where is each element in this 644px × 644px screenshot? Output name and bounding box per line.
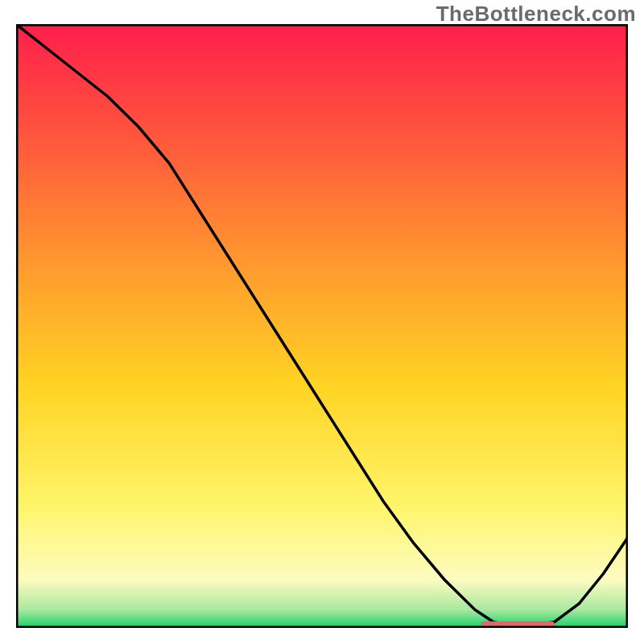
gradient-background xyxy=(16,24,628,628)
chart-svg xyxy=(16,24,628,628)
chart-plot-area xyxy=(16,24,628,628)
watermark-text: TheBottleneck.com xyxy=(436,2,636,27)
chart-container: TheBottleneck.com xyxy=(0,0,644,644)
